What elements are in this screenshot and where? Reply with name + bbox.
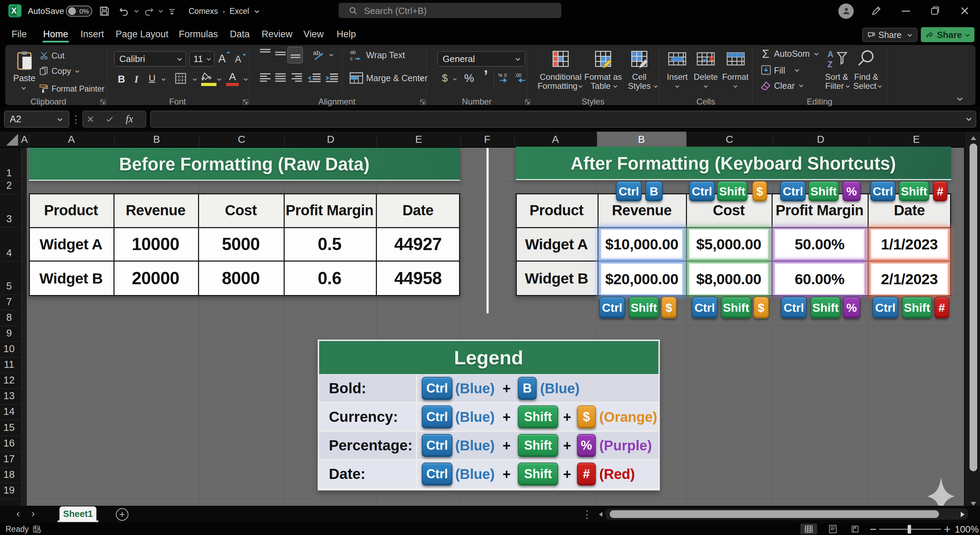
svg-text:c: c	[350, 55, 353, 61]
svg-text:%: %	[498, 72, 503, 78]
svg-text:Z: Z	[827, 60, 832, 69]
svg-text:ab: ab	[350, 49, 356, 55]
svg-text:ab: ab	[313, 49, 320, 56]
svg-text:A: A	[827, 50, 834, 59]
svg-text:.00: .00	[515, 72, 522, 78]
svg-text:0: 0	[504, 72, 507, 78]
